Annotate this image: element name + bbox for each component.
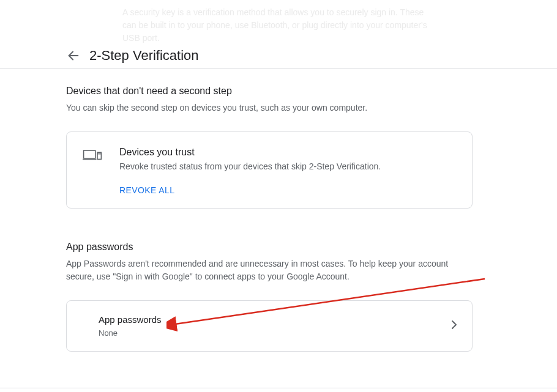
devices-trust-card: Devices you trust Revoke trusted status … [66, 131, 473, 209]
app-passwords-card-value: None [99, 328, 451, 338]
page-title: 2-Step Verification [89, 48, 199, 64]
devices-section-title: Devices that don't need a second step [66, 86, 473, 97]
devices-trust-title: Devices you trust [119, 147, 457, 158]
page-header: 2-Step Verification [0, 43, 557, 68]
svg-rect-1 [84, 150, 95, 158]
app-passwords-section-subtitle: App Passwords aren't recommended and are… [66, 257, 473, 283]
devices-section-subtitle: You can skip the second step on devices … [66, 102, 473, 114]
header-divider [0, 68, 557, 69]
app-passwords-card-title: App passwords [99, 314, 451, 325]
devices-trust-desc: Revoke trusted status from your devices … [119, 161, 457, 171]
back-button[interactable] [66, 48, 81, 63]
devices-icon [81, 147, 103, 163]
arrow-left-icon [67, 49, 80, 62]
chevron-right-icon [451, 320, 457, 332]
revoke-all-button[interactable]: REVOKE ALL [119, 185, 174, 195]
bottom-divider [0, 388, 557, 388]
app-passwords-card[interactable]: App passwords None [66, 300, 473, 352]
app-passwords-section-title: App passwords [66, 242, 473, 253]
